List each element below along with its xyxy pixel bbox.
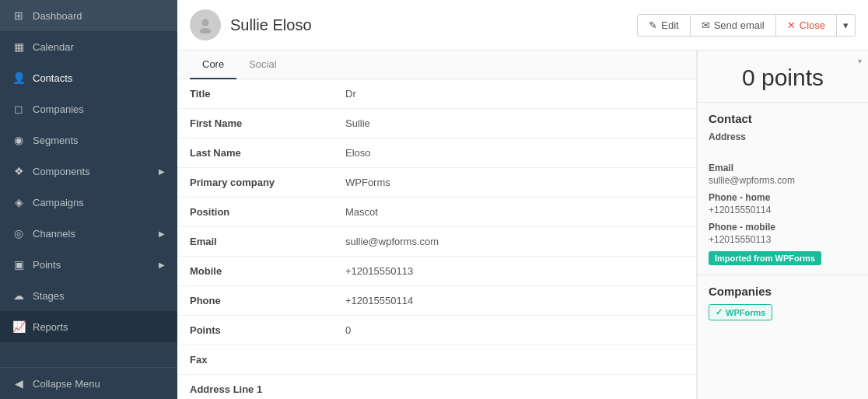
field-value-fax bbox=[333, 345, 696, 374]
field-value-address bbox=[333, 375, 696, 399]
chevron-right-icon: ▶ bbox=[159, 261, 165, 269]
field-label-address: Address Line 1 bbox=[177, 375, 333, 399]
right-panel: 0 points ▾ Contact Address Email sullie@… bbox=[697, 51, 868, 399]
sidebar-item-contacts[interactable]: 👤 Contacts bbox=[0, 62, 177, 93]
sidebar-item-companies[interactable]: ◻ Companies bbox=[0, 93, 177, 124]
company-tag[interactable]: ✓ WPForms bbox=[709, 304, 772, 320]
sidebar-item-label: Segments bbox=[33, 135, 165, 146]
chevron-right-icon: ▶ bbox=[159, 229, 165, 238]
reports-icon: 📈 bbox=[12, 320, 25, 333]
sidebar-item-stages[interactable]: ☁ Stages bbox=[0, 280, 177, 311]
close-button[interactable]: ✕ Close bbox=[776, 14, 837, 37]
channels-icon: ◎ bbox=[12, 227, 25, 240]
table-row: Position Mascot bbox=[177, 198, 696, 227]
sidebar-item-channels[interactable]: ◎ Channels ▶ bbox=[0, 218, 177, 249]
checkmark-icon: ✓ bbox=[716, 307, 723, 317]
field-value-firstname: Sullie bbox=[333, 109, 696, 138]
address-label: Address bbox=[709, 131, 857, 142]
contacts-icon: 👤 bbox=[12, 72, 25, 84]
send-email-button[interactable]: ✉ Send email bbox=[691, 14, 776, 37]
imported-tag: Imported from WPForms bbox=[709, 251, 821, 265]
table-row: Fax bbox=[177, 345, 696, 375]
points-value: 0 points bbox=[742, 65, 824, 90]
sidebar-item-label: Dashboard bbox=[33, 10, 165, 22]
field-value-points: 0 bbox=[333, 316, 696, 345]
dashboard-icon: ⊞ bbox=[12, 9, 25, 22]
sidebar-item-label: Contacts bbox=[33, 72, 165, 84]
sidebar-item-campaigns[interactable]: ◈ Campaigns bbox=[0, 187, 177, 218]
sidebar-item-label: Components bbox=[33, 166, 151, 177]
points-icon: ▣ bbox=[12, 258, 25, 271]
field-label-email: Email bbox=[177, 227, 333, 256]
field-value-phone: +12015550114 bbox=[333, 286, 696, 315]
content-body: Core Social Title Dr First Name Sullie L… bbox=[177, 51, 868, 399]
field-label-lastname: Last Name bbox=[177, 138, 333, 167]
calendar-icon: ▦ bbox=[12, 40, 25, 53]
field-value-email: sullie@wpforms.com bbox=[333, 227, 696, 256]
sidebar-item-calendar[interactable]: ▦ Calendar bbox=[0, 31, 177, 62]
companies-section-title: Companies bbox=[709, 285, 857, 298]
contact-header: Sullie Eloso ✎ Edit ✉ Send email ✕ Close… bbox=[177, 0, 868, 51]
chevron-right-icon: ▶ bbox=[159, 167, 165, 176]
main-content: Sullie Eloso ✎ Edit ✉ Send email ✕ Close… bbox=[177, 0, 868, 399]
companies-icon: ◻ bbox=[12, 103, 25, 115]
table-row: Phone +12015550114 bbox=[177, 286, 696, 316]
field-value-lastname: Eloso bbox=[333, 138, 696, 167]
sidebar-item-label: Reports bbox=[33, 321, 165, 333]
field-label-company: Primary company bbox=[177, 168, 333, 197]
field-value-mobile: +12015550113 bbox=[333, 257, 696, 285]
campaigns-icon: ◈ bbox=[12, 196, 25, 208]
sidebar-item-components[interactable]: ❖ Components ▶ bbox=[0, 156, 177, 187]
table-row: First Name Sullie bbox=[177, 109, 696, 138]
phone-home-label: Phone - home bbox=[709, 192, 857, 203]
table-row: Title Dr bbox=[177, 79, 696, 109]
dropdown-button[interactable]: ▾ bbox=[837, 14, 856, 37]
field-value-position: Mascot bbox=[333, 198, 696, 226]
phone-home-value: +12015550114 bbox=[709, 205, 857, 215]
panel-dropdown-icon[interactable]: ▾ bbox=[858, 57, 862, 65]
tabs: Core Social bbox=[177, 51, 696, 79]
address-value bbox=[709, 144, 857, 156]
avatar bbox=[190, 9, 221, 40]
phone-mobile-label: Phone - mobile bbox=[709, 222, 857, 233]
tab-social[interactable]: Social bbox=[236, 51, 289, 79]
field-label-mobile: Mobile bbox=[177, 257, 333, 285]
tab-core[interactable]: Core bbox=[190, 51, 236, 79]
field-label-title: Title bbox=[177, 79, 333, 108]
table-row: Address Line 1 bbox=[177, 375, 696, 399]
email-value: sullie@wpforms.com bbox=[709, 175, 857, 186]
field-value-title: Dr bbox=[333, 79, 696, 108]
segments-icon: ◉ bbox=[12, 134, 25, 146]
sidebar-item-points[interactable]: ▣ Points ▶ bbox=[0, 249, 177, 280]
chevron-down-icon: ▾ bbox=[843, 19, 849, 31]
table-row: Email sullie@wpforms.com bbox=[177, 227, 696, 257]
email-icon: ✉ bbox=[702, 19, 710, 31]
header-actions: ✎ Edit ✉ Send email ✕ Close ▾ bbox=[637, 14, 856, 37]
sidebar-item-label: Calendar bbox=[33, 41, 165, 53]
sidebar-item-label: Companies bbox=[33, 103, 165, 115]
edit-button[interactable]: ✎ Edit bbox=[637, 14, 690, 37]
collapse-icon: ◀ bbox=[12, 377, 25, 390]
sidebar-item-label: Points bbox=[33, 259, 151, 271]
field-label-position: Position bbox=[177, 198, 333, 226]
contact-section-title: Contact bbox=[709, 112, 857, 125]
sidebar-item-label: Channels bbox=[33, 228, 151, 240]
sidebar-item-segments[interactable]: ◉ Segments bbox=[0, 124, 177, 156]
sidebar-item-dashboard[interactable]: ⊞ Dashboard bbox=[0, 0, 177, 31]
companies-section: Companies ✓ WPForms bbox=[698, 275, 868, 330]
stages-icon: ☁ bbox=[12, 289, 25, 302]
field-label-firstname: First Name bbox=[177, 109, 333, 138]
sidebar-item-reports[interactable]: 📈 Reports bbox=[0, 311, 177, 342]
field-table: Title Dr First Name Sullie Last Name Elo… bbox=[177, 79, 696, 399]
contact-name: Sullie Eloso bbox=[230, 16, 628, 34]
table-row: Points 0 bbox=[177, 316, 696, 345]
close-icon: ✕ bbox=[787, 19, 796, 31]
email-label: Email bbox=[709, 163, 857, 173]
table-row: Mobile +12015550113 bbox=[177, 257, 696, 286]
svg-point-1 bbox=[200, 28, 212, 33]
field-label-fax: Fax bbox=[177, 345, 333, 374]
components-icon: ❖ bbox=[12, 165, 25, 177]
collapse-menu-label: Collapse Menu bbox=[33, 378, 165, 390]
collapse-menu-button[interactable]: ◀ Collapse Menu bbox=[0, 368, 177, 399]
field-label-phone: Phone bbox=[177, 286, 333, 315]
